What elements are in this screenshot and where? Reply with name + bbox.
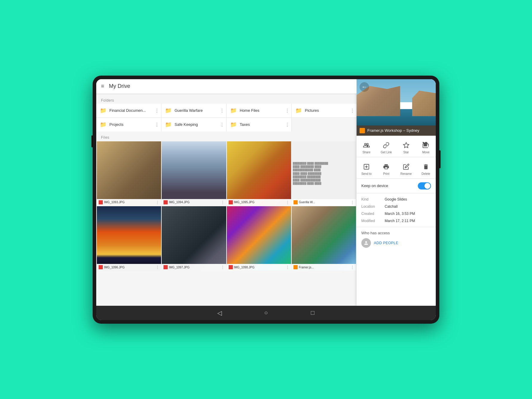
folder-name: Taxes — [240, 122, 288, 127]
folder-more-btn[interactable]: ⋮ — [285, 108, 290, 113]
drive-topbar: ≡ My Drive — [96, 79, 357, 94]
file-label-bar: IMG_1097.JPG ⋮ — [162, 264, 226, 270]
screen-content: ≡ My Drive Folders 📁 Financial Documen..… — [96, 79, 436, 306]
move-button[interactable]: Move — [416, 139, 436, 156]
file-label-bar: IMG_1094.JPG ⋮ — [162, 199, 226, 206]
file-name: IMG_1095.JPG — [234, 201, 285, 204]
folder-icon: 📁 — [100, 107, 106, 114]
file-thumb[interactable]: Framer.js... ⋮ — [292, 206, 356, 270]
print-label: Print — [383, 172, 389, 175]
volume-button[interactable] — [91, 135, 93, 147]
send-to-label: Send to — [361, 172, 372, 175]
folder-item[interactable]: 📁 Safe Keeping ⋮ — [161, 118, 226, 132]
file-thumb[interactable]: IMG_1098.JPG ⋮ — [227, 206, 291, 270]
folder-more-btn[interactable]: ⋮ — [220, 122, 224, 127]
files-grid: IMG_1093.JPG ⋮ IMG_1094.JPG ⋮ — [96, 141, 357, 271]
rename-label: Rename — [400, 172, 412, 175]
file-more-btn[interactable]: ⋮ — [351, 200, 354, 204]
file-thumb[interactable]: IMG_1096.JPG ⋮ — [97, 206, 161, 270]
file-label-bar: IMG_1095.JPG ⋮ — [227, 199, 291, 206]
detail-title: Framer.js Workshop – Sydney — [367, 128, 433, 133]
cliff-right — [412, 91, 436, 116]
print-button[interactable]: Print — [376, 161, 396, 177]
file-label-bar: IMG_1093.JPG ⋮ — [97, 199, 161, 206]
folder-name: Projects — [109, 122, 158, 127]
folder-icon: 📁 — [165, 121, 172, 128]
folder-more-btn[interactable]: ⋮ — [155, 108, 159, 113]
file-name: IMG_1098.JPG — [234, 266, 285, 269]
folder-item[interactable]: 📁 Taxes ⋮ — [227, 118, 291, 132]
detail-hero-image: ← — [357, 79, 436, 126]
star-label: Star — [403, 151, 409, 154]
drive-content: Folders 📁 Financial Documen... ⋮ 📁 Gueri… — [96, 94, 357, 306]
folder-item[interactable]: 📁 Pictures ⋮ — [292, 104, 357, 117]
info-row-modified: Modified March 17, 2:11 PM — [357, 217, 436, 224]
detail-title-bar: Framer.js Workshop – Sydney — [357, 126, 436, 136]
send-to-button[interactable]: Send to — [357, 161, 376, 177]
rename-button[interactable]: Rename — [396, 161, 416, 177]
drive-title: My Drive — [109, 83, 130, 89]
folders-section-label: Folders — [96, 96, 357, 104]
bottom-nav: ◁ ○ □ — [96, 306, 436, 320]
folder-more-btn[interactable]: ⋮ — [220, 108, 224, 113]
recents-nav-button[interactable]: □ — [307, 308, 318, 318]
file-more-btn[interactable]: ⋮ — [286, 200, 289, 204]
delete-icon — [422, 163, 430, 171]
folder-name: Safe Keeping — [175, 122, 223, 127]
back-button[interactable]: ← — [360, 82, 369, 92]
file-thumb[interactable]: IMG_1097.JPG ⋮ — [162, 206, 226, 270]
folder-more-btn[interactable]: ⋮ — [350, 108, 355, 113]
info-row-kind: Kind Google Slides — [357, 196, 436, 203]
file-type-img-icon — [99, 200, 103, 204]
print-icon — [382, 163, 390, 171]
folder-more-btn[interactable]: ⋮ — [155, 122, 159, 127]
power-button[interactable] — [439, 150, 441, 168]
avatar — [361, 238, 371, 248]
file-label-bar: IMG_1098.JPG ⋮ — [227, 264, 291, 270]
file-label-bar: Framer.js... ⋮ — [292, 264, 356, 270]
file-more-btn[interactable]: ⋮ — [351, 265, 354, 269]
slides-icon — [360, 128, 365, 133]
file-type-slides-icon — [293, 200, 298, 204]
star-button[interactable]: Star — [396, 139, 416, 156]
get-link-button[interactable]: Get Link — [376, 139, 396, 156]
file-thumb[interactable]: IMG_1095.JPG ⋮ — [227, 141, 291, 206]
kind-value: Google Slides — [385, 197, 407, 201]
rename-icon — [402, 163, 410, 171]
file-type-img-icon — [229, 200, 233, 204]
action-grid-row2: Send to Print — [357, 157, 436, 179]
folder-name: Pictures — [305, 108, 353, 113]
file-more-btn[interactable]: ⋮ — [221, 200, 224, 204]
file-thumb[interactable]: IMG_1094.JPG ⋮ — [162, 141, 226, 206]
keep-device-row: Keep on device — [357, 179, 436, 193]
back-nav-button[interactable]: ◁ — [214, 308, 225, 318]
file-more-btn[interactable]: ⋮ — [286, 265, 289, 269]
file-type-img-icon — [99, 265, 103, 269]
folder-item[interactable]: 📁 Financial Documen... ⋮ — [96, 104, 161, 117]
delete-button[interactable]: Delete — [416, 161, 436, 177]
keep-device-toggle[interactable] — [418, 182, 431, 189]
folder-item[interactable]: 📁 Guerilla Warfare ⋮ — [161, 104, 226, 117]
file-more-btn[interactable]: ⋮ — [156, 265, 159, 269]
folder-icon: 📁 — [230, 107, 237, 114]
tablet-screen: ≡ My Drive Folders 📁 Financial Documen..… — [96, 79, 436, 320]
folder-more-btn[interactable]: ⋮ — [285, 122, 290, 127]
file-label-bar: IMG_1096.JPG ⋮ — [97, 264, 161, 270]
add-people-button[interactable]: ADD PEOPLE — [374, 241, 398, 245]
folder-item[interactable]: 📁 Projects ⋮ — [96, 118, 161, 132]
file-type-img-icon — [163, 265, 168, 269]
file-thumb[interactable]: ████████ ████ ████████ ████ ████████ ███… — [292, 141, 356, 206]
file-thumb[interactable]: IMG_1093.JPG ⋮ — [97, 141, 161, 206]
home-nav-button[interactable]: ○ — [261, 308, 271, 318]
file-name: Guerilla W... — [299, 201, 349, 204]
file-more-btn[interactable]: ⋮ — [221, 265, 224, 269]
created-label: Created — [361, 212, 382, 216]
file-more-btn[interactable]: ⋮ — [156, 200, 159, 204]
files-section-label: Files — [96, 133, 357, 141]
detail-panel: ← Framer.js Workshop – Sydney — [357, 79, 436, 306]
folder-item-empty — [292, 118, 357, 132]
folder-name: Financial Documen... — [109, 108, 158, 113]
folder-item[interactable]: 📁 Home Files ⋮ — [227, 104, 291, 117]
share-button[interactable]: Share — [357, 139, 376, 156]
hamburger-icon[interactable]: ≡ — [101, 83, 104, 89]
